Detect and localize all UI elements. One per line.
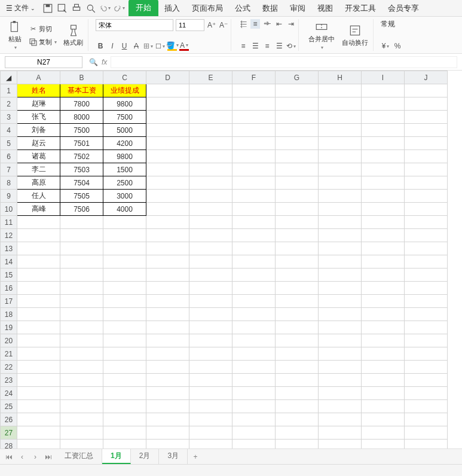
cell[interactable] bbox=[319, 124, 362, 137]
align-justify-icon[interactable]: ☰ bbox=[274, 41, 284, 51]
cell[interactable] bbox=[17, 308, 60, 321]
row-header[interactable]: 28 bbox=[1, 440, 17, 449]
row-header[interactable]: 25 bbox=[1, 400, 17, 413]
cell[interactable] bbox=[232, 190, 276, 203]
cell[interactable] bbox=[17, 268, 60, 282]
row-header[interactable]: 16 bbox=[1, 282, 17, 295]
cell[interactable] bbox=[405, 347, 448, 361]
cell[interactable] bbox=[276, 387, 319, 400]
cell[interactable] bbox=[17, 426, 60, 440]
cell[interactable] bbox=[103, 308, 146, 321]
sheet-tab[interactable]: 2月 bbox=[131, 449, 160, 464]
paste-button[interactable]: 粘贴 bbox=[6, 19, 24, 51]
cell[interactable] bbox=[362, 124, 405, 137]
indent-dec-icon[interactable]: ⇤ bbox=[274, 19, 284, 29]
cell[interactable] bbox=[146, 308, 189, 321]
cell[interactable] bbox=[319, 334, 362, 347]
orientation-icon[interactable]: ⟲ bbox=[286, 41, 296, 51]
cell[interactable] bbox=[362, 255, 405, 268]
cell[interactable] bbox=[17, 413, 60, 426]
italic-icon[interactable]: I bbox=[108, 41, 117, 51]
cell[interactable] bbox=[146, 361, 189, 374]
cell[interactable] bbox=[17, 361, 60, 374]
cell[interactable] bbox=[189, 137, 232, 150]
formula-input[interactable] bbox=[111, 56, 457, 68]
cell[interactable] bbox=[276, 361, 319, 374]
cell[interactable] bbox=[103, 413, 146, 426]
cell[interactable] bbox=[60, 229, 103, 242]
save-icon[interactable] bbox=[42, 3, 53, 14]
nav-first-icon[interactable]: ⏮ bbox=[4, 451, 14, 462]
format-painter-button[interactable]: 格式刷 bbox=[61, 23, 85, 48]
cell[interactable] bbox=[319, 361, 362, 374]
cell[interactable] bbox=[405, 387, 448, 400]
cell[interactable] bbox=[232, 255, 276, 268]
cell[interactable] bbox=[189, 347, 232, 361]
cell[interactable] bbox=[103, 229, 146, 242]
number-format-label[interactable]: 常规 bbox=[381, 19, 395, 29]
cell[interactable] bbox=[232, 440, 276, 449]
cell[interactable] bbox=[189, 308, 232, 321]
cell[interactable]: 任人 bbox=[17, 190, 60, 203]
nav-prev-icon[interactable]: ‹ bbox=[17, 451, 27, 462]
percent-icon[interactable]: % bbox=[393, 41, 402, 51]
undo-icon[interactable] bbox=[100, 3, 111, 14]
increase-font-icon[interactable]: A⁺ bbox=[207, 20, 216, 30]
row-header[interactable]: 19 bbox=[1, 321, 17, 334]
cell[interactable] bbox=[146, 426, 189, 440]
cell[interactable] bbox=[362, 268, 405, 282]
row-header[interactable]: 27 bbox=[1, 426, 17, 440]
cell[interactable] bbox=[405, 440, 448, 449]
cell[interactable] bbox=[276, 124, 319, 137]
cell[interactable] bbox=[189, 242, 232, 255]
cell[interactable] bbox=[146, 268, 189, 282]
cut-button[interactable]: ✂剪切 bbox=[26, 23, 59, 35]
cell[interactable] bbox=[405, 124, 448, 137]
cell[interactable] bbox=[232, 347, 276, 361]
cell[interactable] bbox=[103, 334, 146, 347]
cell[interactable] bbox=[146, 176, 189, 190]
cell[interactable] bbox=[232, 229, 276, 242]
cell[interactable] bbox=[362, 84, 405, 97]
cell[interactable]: 赵琳 bbox=[17, 97, 60, 111]
font-select[interactable] bbox=[96, 19, 173, 31]
cell[interactable] bbox=[60, 400, 103, 413]
cell[interactable] bbox=[189, 124, 232, 137]
cell[interactable] bbox=[232, 137, 276, 150]
sheet-tab[interactable]: 1月 bbox=[102, 449, 131, 464]
cell[interactable] bbox=[362, 413, 405, 426]
cell[interactable] bbox=[189, 190, 232, 203]
col-header[interactable]: D bbox=[146, 71, 189, 84]
cell[interactable] bbox=[362, 282, 405, 295]
col-header[interactable]: C bbox=[103, 71, 146, 84]
cell[interactable] bbox=[405, 295, 448, 308]
row-header[interactable]: 15 bbox=[1, 268, 17, 282]
cell[interactable]: 7800 bbox=[60, 97, 103, 111]
cell[interactable] bbox=[405, 282, 448, 295]
cell[interactable] bbox=[405, 308, 448, 321]
cell[interactable] bbox=[103, 255, 146, 268]
cell[interactable] bbox=[276, 229, 319, 242]
cell[interactable] bbox=[362, 176, 405, 190]
cell[interactable] bbox=[362, 440, 405, 449]
col-header[interactable]: I bbox=[362, 71, 405, 84]
cell[interactable] bbox=[103, 242, 146, 255]
merge-button[interactable]: 合并居中 bbox=[306, 19, 337, 51]
cell[interactable] bbox=[146, 321, 189, 334]
cell[interactable] bbox=[405, 176, 448, 190]
cell[interactable] bbox=[276, 84, 319, 97]
cell[interactable] bbox=[103, 347, 146, 361]
cell[interactable] bbox=[146, 203, 189, 216]
cell[interactable] bbox=[17, 321, 60, 334]
cell[interactable]: 业绩提成 bbox=[103, 84, 146, 97]
cell[interactable] bbox=[405, 242, 448, 255]
align-center-icon[interactable]: ☰ bbox=[250, 41, 260, 51]
cell[interactable] bbox=[146, 295, 189, 308]
cell[interactable] bbox=[362, 295, 405, 308]
cell[interactable] bbox=[189, 413, 232, 426]
underline-icon[interactable]: U bbox=[120, 41, 129, 51]
cell[interactable] bbox=[60, 361, 103, 374]
cell[interactable] bbox=[319, 374, 362, 387]
indent-inc-icon[interactable]: ⇥ bbox=[286, 19, 296, 29]
cell[interactable] bbox=[189, 150, 232, 163]
